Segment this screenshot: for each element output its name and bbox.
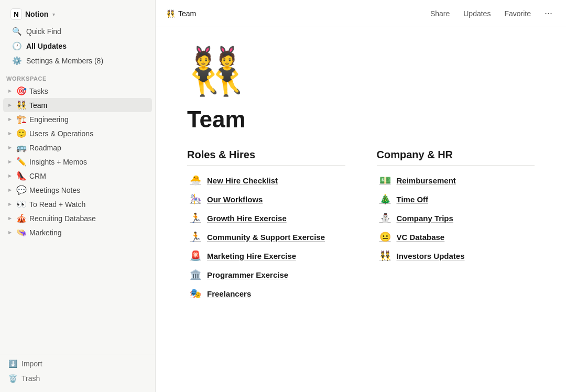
page-link-marketing-hire-exercise[interactable]: 🚨 Marketing Hire Exercise — [187, 246, 345, 265]
page-cover: 👯 — [187, 48, 535, 94]
sidebar-item-team[interactable]: ▶ 👯 Team — [3, 98, 152, 112]
link-label: Reimbursement — [397, 176, 456, 185]
sidebar-item-marketing[interactable]: ▶ 👒 Marketing — [3, 225, 152, 239]
main-area: 👯 Team Share Updates Favorite ··· 👯 Team… — [156, 0, 566, 392]
nav-item-emoji: 🙂 — [16, 128, 27, 138]
nav-item-label: Tasks — [29, 87, 148, 95]
sidebar-bottom: ⬇️ Import 🗑️ Trash — [0, 354, 155, 388]
updates-button[interactable]: Updates — [460, 8, 494, 19]
notion-workspace-header[interactable]: N Notion ▾ — [6, 5, 149, 23]
triangle-icon: ▶ — [6, 159, 14, 164]
link-label: Growth Hire Exercise — [207, 214, 287, 223]
nav-item-label: Engineering — [29, 115, 148, 124]
page-link-company-trips[interactable]: ⛄ Company Trips — [377, 209, 535, 227]
nav-item-label: To Read + Watch — [29, 200, 148, 209]
link-emoji: ⛄ — [379, 212, 391, 224]
link-emoji: 🚨 — [189, 250, 202, 262]
page-link-growth-hire-exercise[interactable]: 🏃 Growth Hire Exercise — [187, 209, 345, 227]
page-link-new-hire-checklist[interactable]: 🐣 New Hire Checklist — [187, 171, 345, 190]
settings-button[interactable]: ⚙️ Settings & Members (8) — [6, 53, 149, 68]
import-icon: ⬇️ — [8, 360, 17, 368]
nav-item-emoji: 🎪 — [16, 213, 27, 223]
search-icon: 🔍 — [12, 27, 22, 36]
sidebar-item-engineering[interactable]: ▶ 🏗️ Engineering — [3, 112, 152, 126]
sidebar: N Notion ▾ 🔍 Quick Find 🕐 All Updates ⚙️… — [0, 0, 156, 392]
page-content: 👯 Team Roles & Hires 🐣 New Hire Checklis… — [156, 27, 566, 392]
link-emoji: 🏃 — [189, 212, 202, 224]
nav-item-emoji: 🚌 — [16, 143, 27, 153]
more-button[interactable]: ··· — [541, 7, 556, 20]
company-hr-header: Company & HR — [377, 149, 535, 166]
page-link-investors-updates[interactable]: 👯 Investors Updates — [377, 246, 535, 265]
nav-item-emoji: ✏️ — [16, 157, 27, 167]
page-title: Team — [187, 107, 535, 132]
two-column-layout: Roles & Hires 🐣 New Hire Checklist 🎠 Our… — [187, 149, 535, 303]
share-button[interactable]: Share — [427, 8, 453, 19]
nav-item-label: Recruiting Database — [29, 214, 148, 223]
page-link-time-off[interactable]: 🎄 Time Off — [377, 190, 535, 209]
sidebar-item-recruiting-database[interactable]: ▶ 🎪 Recruiting Database — [3, 211, 152, 225]
favorite-button[interactable]: Favorite — [501, 8, 534, 19]
triangle-icon: ▶ — [6, 216, 14, 221]
link-emoji: 🎠 — [189, 193, 202, 205]
nav-item-emoji: 🎯 — [16, 86, 27, 96]
triangle-icon: ▶ — [6, 117, 14, 122]
page-link-our-workflows[interactable]: 🎠 Our Workflows — [187, 190, 345, 209]
triangle-icon: ▶ — [6, 103, 14, 107]
nav-list: ▶ 🎯 Tasks ▶ 👯 Team ▶ 🏗️ Engineering ▶ 🙂 … — [0, 84, 155, 239]
page-link-community---support-exercise[interactable]: 🏃 Community & Support Exercise — [187, 227, 345, 246]
link-label: Marketing Hire Exercise — [207, 252, 296, 260]
triangle-icon: ▶ — [6, 131, 14, 136]
triangle-icon: ▶ — [6, 188, 14, 192]
nav-item-emoji: 👯 — [16, 100, 27, 110]
company-hr-column: Company & HR 💵 Reimbursement 🎄 Time Off … — [377, 149, 535, 265]
trash-label: Trash — [21, 374, 40, 383]
breadcrumb: 👯 Team — [166, 9, 196, 18]
gear-icon: ⚙️ — [12, 56, 22, 66]
nav-item-emoji: 👠 — [16, 171, 27, 181]
nav-item-label: Marketing — [29, 228, 148, 237]
page-link-programmer-exercise[interactable]: 🏛️ Programmer Exercise — [187, 265, 345, 284]
sidebar-item-roadmap[interactable]: ▶ 🚌 Roadmap — [3, 140, 152, 155]
nav-item-label: Meetings Notes — [29, 186, 148, 194]
page-link-freelancers[interactable]: 🎭 Freelancers — [187, 284, 345, 303]
link-emoji: 🎭 — [189, 288, 202, 299]
all-updates-button[interactable]: 🕐 All Updates — [6, 39, 149, 53]
nav-item-emoji: 👒 — [16, 227, 27, 237]
sidebar-item-users---operations[interactable]: ▶ 🙂 Users & Operations — [3, 126, 152, 140]
topbar: 👯 Team Share Updates Favorite ··· — [156, 0, 566, 27]
link-label: Freelancers — [207, 289, 251, 298]
link-label: New Hire Checklist — [207, 176, 278, 185]
page-cover-emoji: 👯 — [187, 48, 535, 94]
link-emoji: 👯 — [379, 250, 391, 262]
sidebar-item-crm[interactable]: ▶ 👠 CRM — [3, 169, 152, 183]
trash-icon: 🗑️ — [8, 374, 17, 383]
link-emoji: 🏃 — [189, 231, 202, 243]
link-label: Programmer Exercise — [207, 270, 288, 279]
sidebar-item-meetings-notes[interactable]: ▶ 💬 Meetings Notes — [3, 183, 152, 197]
topbar-actions: Share Updates Favorite ··· — [427, 7, 556, 20]
all-updates-label: All Updates — [26, 42, 67, 50]
link-emoji: 😐 — [379, 231, 391, 243]
clock-icon: 🕐 — [12, 41, 22, 51]
triangle-icon: ▶ — [6, 202, 14, 206]
link-label: Time Off — [397, 195, 429, 204]
breadcrumb-title: Team — [178, 9, 196, 18]
sidebar-item-to-read---watch[interactable]: ▶ 👀 To Read + Watch — [3, 197, 152, 211]
nav-item-label: Users & Operations — [29, 129, 148, 138]
link-label: VC Database — [397, 233, 445, 242]
page-link-vc-database[interactable]: 😐 VC Database — [377, 227, 535, 246]
sidebar-item-tasks[interactable]: ▶ 🎯 Tasks — [3, 84, 152, 98]
quick-find-button[interactable]: 🔍 Quick Find — [6, 24, 149, 39]
triangle-icon: ▶ — [6, 230, 14, 235]
trash-button[interactable]: 🗑️ Trash — [4, 371, 151, 386]
page-link-reimbursement[interactable]: 💵 Reimbursement — [377, 171, 535, 190]
notion-logo: N — [10, 8, 22, 20]
link-label: Company Trips — [397, 214, 453, 223]
sidebar-item-insights---memos[interactable]: ▶ ✏️ Insights + Memos — [3, 155, 152, 169]
link-emoji: 🏛️ — [189, 269, 202, 280]
import-button[interactable]: ⬇️ Import — [4, 356, 151, 371]
triangle-icon: ▶ — [6, 89, 14, 93]
nav-item-emoji: 🏗️ — [16, 114, 27, 124]
company-hr-links: 💵 Reimbursement 🎄 Time Off ⛄ Company Tri… — [377, 171, 535, 265]
